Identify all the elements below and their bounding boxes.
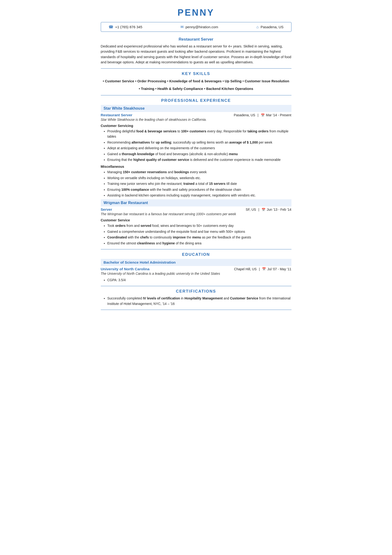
certifications-list: Successfully completed IV levels of cert… <box>101 296 292 306</box>
job-location-1: Pasadena, US <box>234 113 255 117</box>
summary-section: Restaurant Server Dedicated and experien… <box>101 37 292 65</box>
resume-name: PENNY <box>101 7 292 18</box>
list-item: Ensuring that the highest quality of cus… <box>107 157 292 162</box>
skills-title: KEY SKILLS <box>101 71 292 76</box>
divider-certifications <box>101 286 292 286</box>
company-bar-1: Star White Steakhouse <box>101 105 292 112</box>
edu-bar-1: Bachelor of Science Hotel Administration <box>101 259 292 266</box>
subsection-title-1-2: Miscellaneous <box>101 165 292 168</box>
location-icon: ⌂ <box>256 25 259 29</box>
phone-number: +1 (765) 876 345 <box>115 25 143 29</box>
contact-phone: ☎ +1 (765) 876 345 <box>109 25 143 29</box>
contact-location: ⌂ Pasadena, US <box>256 25 283 29</box>
list-item: Took orders from and served food, wines … <box>107 223 292 228</box>
calendar-icon-edu: 📅 <box>262 267 266 271</box>
list-item: Coordinated with the chefs to continuous… <box>107 235 292 240</box>
job-title-2: Server <box>101 207 112 212</box>
bullet-list-1-1: Providing delightful food & beverage ser… <box>101 129 292 162</box>
edu-institution-1: University of North Carolina <box>101 267 150 271</box>
location-text: Pasadena, US <box>261 25 284 29</box>
job-dates-2: Jun '13 - Feb '14 <box>267 208 291 212</box>
email-address: penny@hiration.com <box>185 25 218 29</box>
subsection-title-2-1: Customer Service <box>101 218 292 222</box>
bullet-list-2-1: Took orders from and served food, wines … <box>101 223 292 246</box>
list-item: Gained a thorough knowledge of food and … <box>107 151 292 157</box>
list-item: Working on versatile shifts including on… <box>107 175 292 181</box>
edu-row-1: University of North Carolina Chapel Hill… <box>101 267 292 271</box>
email-icon: ✉ <box>180 25 184 29</box>
list-item: Gained a comprehensive understanding of … <box>107 229 292 234</box>
job-location-2: SF, US <box>246 208 256 212</box>
phone-icon: ☎ <box>109 25 113 29</box>
education-title: EDUCATION <box>101 252 292 257</box>
calendar-icon-2: 📅 <box>262 208 265 212</box>
company-name-1: Star White Steakhouse <box>104 106 145 110</box>
list-item: Ensured the utmost cleanliness and hygie… <box>107 241 292 246</box>
calendar-icon-1: 📅 <box>261 113 265 117</box>
certifications-title: CERTIFICATIONS <box>101 289 292 294</box>
contact-bar: ☎ +1 (765) 876 345 ✉ penny@hiration.com … <box>101 22 292 32</box>
job-row-2: Server SF, US | 📅 Jun '13 - Feb '14 <box>101 207 292 212</box>
job-meta-1: Pasadena, US | 📅 Mar '14 - Present <box>234 113 292 117</box>
divider-skills <box>101 68 292 69</box>
list-item: Ensuring 100% compliance with the health… <box>107 187 292 192</box>
list-item: Recommending alternatives for up selling… <box>107 140 292 145</box>
job-meta-2: SF, US | 📅 Jun '13 - Feb '14 <box>246 208 291 212</box>
list-item: Managing 150+ customer reservations and … <box>107 169 292 175</box>
job-row-1: Restaurant Server Pasadena, US | 📅 Mar '… <box>101 113 292 117</box>
list-item: Assisting in backend kitchen operations … <box>107 193 292 198</box>
experience-section: PROFESSIONAL EXPERIENCE Star White Steak… <box>101 98 292 246</box>
education-section: EDUCATION Bachelor of Science Hotel Admi… <box>101 252 292 283</box>
summary-title: Restaurant Server <box>101 37 292 42</box>
skills-line2: • Training • Health & Safety Compliance … <box>101 86 292 92</box>
company-bar-2: Wrigman Bar Restaurant <box>101 199 292 206</box>
edu-dates-1: Jul '07 - May '11 <box>267 267 291 271</box>
edu-entry-1: Bachelor of Science Hotel Administration… <box>101 259 292 283</box>
skills-line1: • Customer Service • Order Processing • … <box>101 78 292 84</box>
list-item: Adept at anticipating and delivering on … <box>107 146 292 151</box>
divider-education <box>101 249 292 249</box>
contact-email: ✉ penny@hiration.com <box>180 25 218 29</box>
list-item: Training new junior servers who join the… <box>107 181 292 186</box>
job-entry-1: Star White Steakhouse Restaurant Server … <box>101 105 292 198</box>
subsection-title-1-1: Customer Servicing <box>101 124 292 128</box>
list-item: Successfully completed IV levels of cert… <box>107 296 292 306</box>
edu-bullet-list-1: CGPA: 3.5/4 <box>101 278 292 283</box>
company-name-2: Wrigman Bar Restaurant <box>104 201 148 205</box>
job-title-1: Restaurant Server <box>101 113 133 117</box>
list-item: Providing delightful food & beverage ser… <box>107 129 292 139</box>
edu-meta-1: Chapel Hill, US | 📅 Jul '07 - May '11 <box>234 267 291 271</box>
edu-desc-1: The University of North Carolina is a le… <box>101 272 292 276</box>
job-dates-1: Mar '14 - Present <box>266 113 292 117</box>
divider-bottom <box>101 310 292 310</box>
experience-title: PROFESSIONAL EXPERIENCE <box>101 98 292 103</box>
job-desc-1: Star White Steakhouse is the leading cha… <box>101 118 292 122</box>
job-desc-2: The Wringman bar restaurant is a famous … <box>101 212 292 216</box>
skills-section: KEY SKILLS • Customer Service • Order Pr… <box>101 71 292 92</box>
list-item: CGPA: 3.5/4 <box>107 278 292 283</box>
divider-experience <box>101 95 292 95</box>
edu-location-1: Chapel Hill, US <box>234 267 257 271</box>
summary-text: Dedicated and experienced professional w… <box>101 44 292 65</box>
bullet-list-1-2: Managing 150+ customer reservations and … <box>101 169 292 198</box>
edu-degree-1: Bachelor of Science Hotel Administration <box>104 260 176 264</box>
certifications-section: CERTIFICATIONS Successfully completed IV… <box>101 289 292 306</box>
job-entry-2: Wrigman Bar Restaurant Server SF, US | 📅… <box>101 199 292 246</box>
